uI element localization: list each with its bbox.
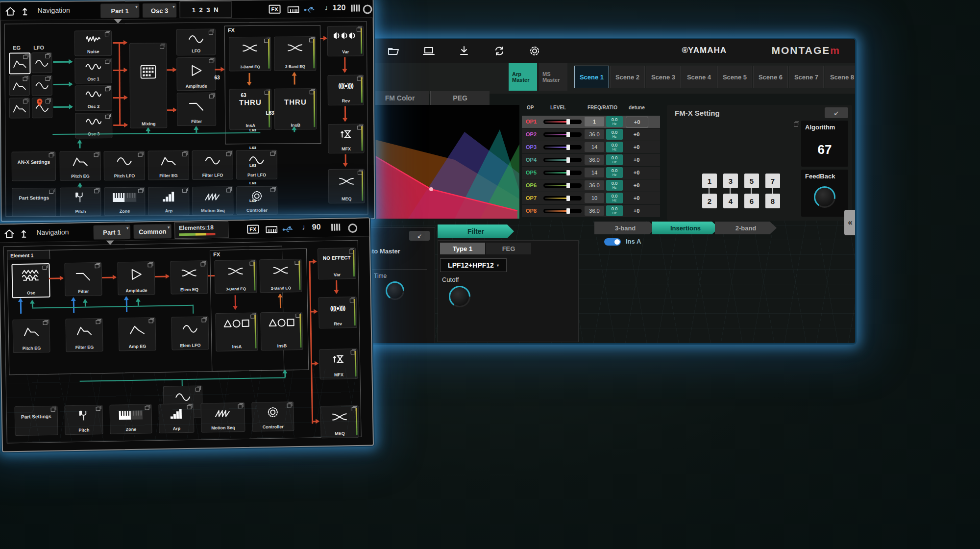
op-hz-box[interactable]: 0.0Hz [606, 116, 623, 127]
arp-master-button[interactable]: ArpMaster [509, 63, 537, 91]
op-level-slider[interactable] [543, 171, 582, 175]
tab-peg[interactable]: PEG [430, 91, 490, 105]
osc3-block[interactable]: Osc 3 [75, 113, 112, 139]
op-detune-value[interactable]: +0 [626, 142, 647, 152]
algorithm-box[interactable]: Algorithm 67 [801, 121, 848, 167]
algorithm-value[interactable]: 67 [801, 142, 848, 157]
zone-block[interactable]: Zone [104, 187, 145, 216]
tab-3band[interactable]: 3-band [594, 222, 656, 234]
motion-seq-block[interactable]: Motion Seq [200, 402, 245, 433]
zone-block[interactable]: Zone [109, 404, 152, 434]
download-icon[interactable] [458, 45, 470, 57]
op-freq-value[interactable]: 10 [585, 193, 604, 203]
op-name[interactable]: OP6 [526, 182, 537, 188]
eq3-block[interactable]: 3-Band EQ [214, 259, 257, 293]
op-row[interactable]: OP2 36.0 0.0Hz +0 [522, 128, 660, 141]
rev-block[interactable]: ((((●)))) Rev [328, 75, 364, 105]
fx-indicator[interactable]: FX [247, 225, 259, 233]
op-level-slider[interactable] [543, 209, 582, 213]
op-hz-box[interactable]: 0.0Hz [606, 193, 623, 203]
tab-2band[interactable]: 2-band [715, 222, 777, 234]
osc2-block[interactable]: Osc 2 [75, 85, 112, 111]
tab-type1[interactable]: Type 1 [440, 243, 485, 254]
op-level-slider[interactable] [543, 145, 582, 150]
op-hz-box[interactable]: 0.0Hz [606, 167, 623, 178]
op-detune-value[interactable]: +0 [626, 180, 647, 190]
osc1-block[interactable]: Osc 1 [74, 58, 112, 84]
elem-eq-block[interactable]: Elem EQ [170, 260, 208, 294]
op-level-slider[interactable] [543, 132, 582, 137]
tab-filter[interactable]: Filter [438, 225, 514, 238]
record-circle-icon[interactable] [348, 224, 357, 233]
op-hz-box[interactable]: 0.0Hz [606, 205, 623, 216]
op-hz-box[interactable]: 0.0Hz [606, 154, 623, 165]
op-row[interactable]: OP7 10 0.0Hz +0 [522, 192, 660, 204]
controller-block[interactable]: Controller [251, 401, 294, 431]
scene-button[interactable]: Scene 4 [682, 66, 716, 88]
osc-block[interactable]: Osc [11, 263, 50, 298]
op-detune-value[interactable]: +0 [626, 206, 647, 216]
op-name[interactable]: OP5 [526, 170, 537, 175]
sync-icon[interactable] [493, 45, 505, 57]
elements-indicator[interactable]: Elements:18 [174, 221, 229, 239]
mfx-block[interactable]: MFX [328, 124, 364, 153]
mod-eg-block-1[interactable] [9, 52, 30, 74]
part-lfo-block[interactable]: Part LFO [236, 150, 277, 180]
settings-gear-icon[interactable] [529, 45, 540, 57]
mod-eg-block-3[interactable] [9, 98, 30, 118]
part-lfo-small-block[interactable]: LFO [176, 29, 216, 56]
op-name[interactable]: OP4 [526, 157, 537, 163]
op-name[interactable]: OP1 [526, 119, 537, 125]
op-freq-value[interactable]: 36.0 [585, 129, 604, 139]
scene-button[interactable]: Scene 6 [753, 66, 788, 88]
op-hz-box[interactable]: 0.0Hz [606, 129, 623, 140]
tab-insertions[interactable]: Insertions [652, 222, 719, 234]
insa-block[interactable]: THRU InsA [229, 89, 272, 130]
arp-block[interactable]: Arp [148, 187, 189, 216]
pitch-collapse-button[interactable]: ↙ [409, 231, 430, 241]
eq3-block[interactable]: 3-Band EQ [229, 37, 271, 72]
op-name[interactable]: OP7 [526, 195, 537, 201]
filter-eg-block[interactable]: Filter EG [148, 150, 189, 180]
feedback-box[interactable]: FeedBack [801, 170, 848, 217]
ins-a-toggle[interactable] [604, 238, 621, 246]
amplitude-block[interactable]: Amplitude [117, 261, 155, 295]
back-up-icon[interactable] [20, 5, 31, 17]
anx-settings-block[interactable]: AN-X Settings [12, 151, 56, 181]
folder-icon[interactable] [388, 45, 399, 57]
op-detune-value[interactable]: +0 [626, 193, 647, 203]
osc-selector[interactable]: Osc 3▾ [142, 3, 176, 18]
op-row[interactable]: OP6 36.0 0.0Hz +0 [522, 179, 660, 192]
meq-block[interactable]: MEQ [320, 405, 359, 438]
elem-lfo-block[interactable]: Elem LFO [171, 316, 209, 350]
record-circle-icon[interactable] [363, 4, 372, 14]
scene-button[interactable]: Scene 8 [825, 66, 855, 88]
controller-block[interactable]: Controller [236, 186, 277, 215]
pitch-block[interactable]: Pitch [64, 405, 103, 435]
part-selector[interactable]: Part 1▾ [100, 3, 139, 19]
collapse-button[interactable]: ↙ [825, 107, 848, 118]
op-row[interactable]: OP5 14 0.0Hz +0 [522, 167, 660, 179]
op-freq-value[interactable]: 36.0 [585, 180, 604, 190]
mod-eg-block-2[interactable] [9, 75, 29, 96]
home-icon[interactable] [3, 227, 15, 239]
op-name[interactable]: OP8 [526, 208, 537, 214]
mod-lfo-block-1[interactable] [31, 52, 52, 73]
op-freq-value[interactable]: 14 [585, 142, 604, 152]
op-freq-value[interactable]: 36.0 [585, 206, 604, 216]
op-detune-value[interactable]: +0 [626, 117, 648, 127]
part-settings-block[interactable]: Part Settings [12, 188, 56, 217]
tempo-display[interactable]: ♩ 90 [302, 223, 321, 232]
op-freq-value[interactable]: 14 [585, 168, 604, 177]
part-selector[interactable]: Part 1▾ [93, 225, 131, 240]
element-tab[interactable]: Element 1 [7, 250, 50, 260]
eq2-block[interactable]: 2-Band EQ [274, 36, 316, 71]
var-block[interactable]: Var [327, 25, 364, 56]
common-selector[interactable]: Common▾ [133, 224, 172, 239]
popup-icon[interactable] [794, 123, 798, 126]
mod-lfo-block-2[interactable] [31, 75, 52, 96]
home-icon[interactable] [4, 5, 16, 17]
pitch-eg-block[interactable]: Pitch EG [60, 151, 101, 181]
op-hz-box[interactable]: 0.0Hz [606, 142, 623, 152]
op-detune-value[interactable]: +0 [626, 168, 647, 177]
